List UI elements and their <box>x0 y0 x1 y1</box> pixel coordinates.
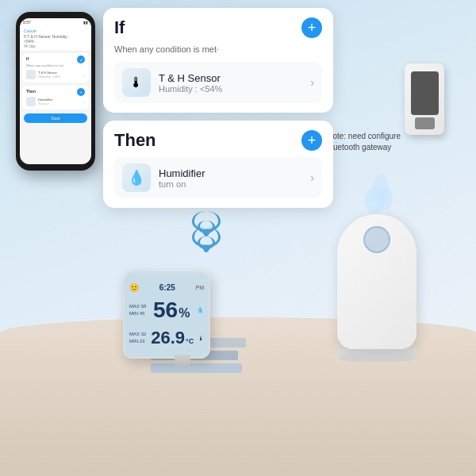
phone-save-button[interactable]: Save <box>24 113 87 123</box>
thermo-temp-value: 26.9 <box>151 329 185 347</box>
then-condition-text: Humidifier turn on <box>159 167 302 189</box>
bluetooth-note: Note: need configure bluetooth gateway <box>327 131 401 153</box>
thermo-time: 6:25 <box>159 283 175 292</box>
phone-then-header: Then + <box>26 88 85 96</box>
phone-then-arrow: › <box>83 99 85 104</box>
phone-if-header: If ✓ <box>26 56 85 63</box>
phone-humidifier-name: Humidifier Turn on <box>38 98 81 106</box>
phone-sensor-name: T & H Sensor Humidity: <54% <box>38 71 81 79</box>
then-condition-arrow: › <box>310 171 314 184</box>
sensor-slot <box>411 71 439 115</box>
book-3 <box>151 363 242 373</box>
then-condition-name: Humidifier <box>159 167 302 179</box>
if-card-header: If + <box>114 17 322 38</box>
if-condition-value: Humidity : <54% <box>159 84 302 94</box>
thermometer-hygrometer: 🙂 6:25 PM MAX 58 MIN 45 56 % 💧 MAX 32 MI… <box>123 271 210 359</box>
then-card: Then + 💧 Humidifier turn on › <box>103 121 333 208</box>
phone-then-row[interactable]: Humidifier Turn on › <box>26 96 85 107</box>
thermo-humidity-value: 56 <box>153 299 178 321</box>
thermo-screen: 🙂 6:25 PM MAX 58 MIN 45 56 % 💧 MAX 32 MI… <box>125 273 209 357</box>
phone-if-label: If <box>26 56 29 61</box>
if-condition-row[interactable]: 🌡 T & H Sensor Humidity : <54% › <box>114 62 322 103</box>
thermo-stand <box>175 355 190 367</box>
sensor-condition-icon: 🌡 <box>122 68 151 97</box>
phone-if-row[interactable]: T & H Sensor Humidity: <54% › <box>26 69 85 80</box>
thermo-temp-symbol: °C <box>186 337 194 345</box>
humidifier-body <box>337 214 416 349</box>
humidifier-device <box>333 214 420 373</box>
thermo-pm: PM <box>195 285 204 290</box>
thermo-temp-minmax: MAX 32 MIN 23 <box>129 331 146 345</box>
sensor-plug <box>415 117 435 129</box>
phone-if-condition-text: When any condition is met <box>26 63 85 67</box>
thermo-humidity-row: MAX 58 MIN 45 56 % 💧 <box>129 299 204 321</box>
phone-then-badge[interactable]: + <box>77 88 85 96</box>
then-add-button[interactable]: + <box>301 130 322 151</box>
phone-if-section: If ✓ When any condition is met T & H Sen… <box>22 53 89 83</box>
mist-effect <box>361 151 393 214</box>
then-card-header: Then + <box>114 130 322 151</box>
humidifier-base <box>337 349 416 361</box>
phone-time: All day <box>24 44 87 48</box>
phone-status-bar: 9:57 ▮▮ <box>20 18 91 26</box>
smiley-icon: 🙂 <box>129 283 139 292</box>
thermo-top-row: 🙂 6:25 PM <box>129 283 204 292</box>
if-condition-text: T & H Sensor Humidity : <54% <box>159 72 302 94</box>
bluetooth-sensor-device <box>405 63 444 135</box>
humidifier-condition-icon: 💧 <box>122 163 151 192</box>
if-condition-arrow: › <box>310 76 314 89</box>
humidity-drop-icon: 💧 <box>197 307 204 313</box>
phone-then-label: Then <box>26 89 36 94</box>
thermo-humidity-minmax: MAX 58 MIN 45 <box>129 303 146 317</box>
if-card: If + When any condition is met· 🌡 T & H … <box>103 8 333 113</box>
phone-then-section: Then + Humidifier Turn on › <box>22 86 89 109</box>
smartphone: 9:57 ▮▮ Cancel If T & H Sensor Humidity … <box>16 12 95 171</box>
phone-if-arrow: › <box>83 72 85 77</box>
phone-sensor-icon <box>26 70 36 79</box>
thermo-temp-display: 26.9 °C <box>151 329 194 347</box>
temp-flame-icon: 🌡 <box>198 336 204 341</box>
thermo-humidity-display: 56 % <box>153 299 190 321</box>
then-condition-value: turn on <box>159 179 302 189</box>
phone-screen: 9:57 ▮▮ Cancel If T & H Sensor Humidity … <box>20 18 91 164</box>
if-condition-name: T & H Sensor <box>159 72 302 84</box>
if-add-button[interactable]: + <box>301 17 322 38</box>
ui-cards-overlay: If + When any condition is met· 🌡 T & H … <box>103 8 333 216</box>
then-card-title: Then <box>114 130 156 151</box>
if-card-subtitle: When any condition is met· <box>114 44 322 54</box>
phone-if-badge[interactable]: ✓ <box>77 56 85 63</box>
then-condition-row[interactable]: 💧 Humidifier turn on › <box>114 157 322 198</box>
if-card-title: If <box>114 17 125 38</box>
thermo-humidity-symbol: % <box>178 306 190 321</box>
thermo-temp-row: MAX 32 MIN 23 26.9 °C 🌡 <box>129 329 204 347</box>
cancel-label[interactable]: Cancel <box>24 29 87 33</box>
phone-header: Cancel If T & H Sensor Humidity : <54% A… <box>20 26 91 52</box>
phone-humidifier-icon <box>26 97 36 106</box>
